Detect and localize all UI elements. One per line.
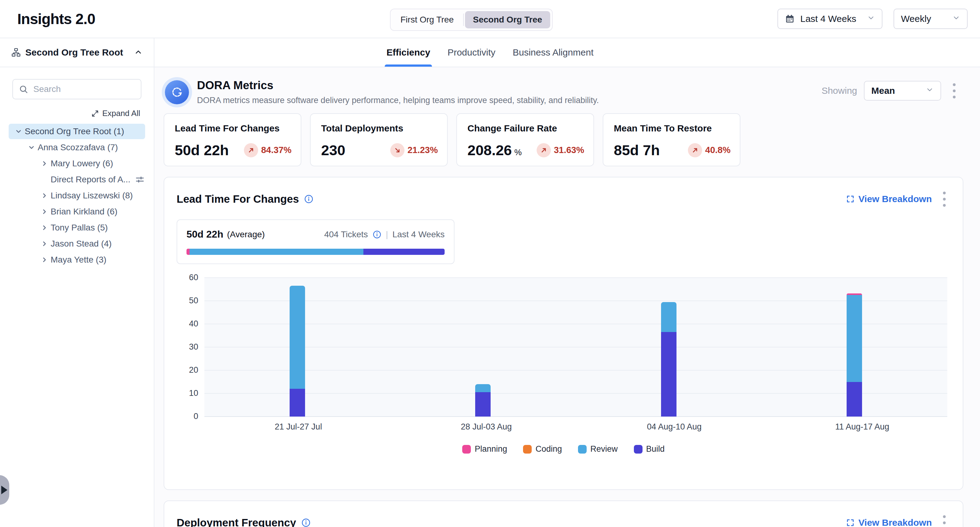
expand-all-label: Expand All (102, 109, 140, 118)
tab-business-alignment[interactable]: Business Alignment (512, 38, 593, 67)
dora-title: DORA Metrics (197, 79, 599, 92)
tab-bar: EfficiencyProductivityBusiness Alignment (154, 38, 980, 67)
chevron-down-icon[interactable] (25, 144, 38, 151)
tab-productivity[interactable]: Productivity (447, 38, 495, 67)
y-axis-label: 30 (177, 342, 198, 352)
phase-segment-planning (186, 249, 189, 255)
chart-legend: PlanningCodingReviewBuild (177, 444, 950, 454)
showing-select[interactable]: Mean (864, 81, 941, 101)
search-input[interactable] (12, 79, 142, 99)
stacked-bar (846, 294, 862, 416)
toggle-option-first-org-tree[interactable]: First Org Tree (393, 11, 462, 29)
bar-group-04-aug-10-aug (576, 278, 762, 416)
bar-segment-planning[interactable] (846, 294, 862, 295)
metric-title: Change Failure Rate (468, 123, 584, 133)
tree-item-label: Second Org Tree Root (1) (25, 127, 124, 137)
legend-item-coding[interactable]: Coding (523, 444, 562, 454)
bar-segment-review[interactable] (290, 286, 305, 389)
trend-badge: 84.37% (244, 143, 291, 157)
expand-corners-icon (846, 518, 854, 527)
legend-item-review[interactable]: Review (578, 444, 618, 454)
dora-kebab-menu[interactable] (948, 81, 960, 101)
calendar-icon (785, 14, 795, 24)
tree-item-tony-pallas-5[interactable]: Tony Pallas (5) (9, 220, 145, 235)
expand-all-button[interactable]: Expand All (91, 109, 140, 118)
x-axis-label: 21 Jul-27 Jul (204, 422, 393, 432)
bar-group-11-aug-17-aug (762, 278, 948, 416)
lead-time-chart: 010203040506021 Jul-27 Jul28 Jul-03 Aug0… (177, 278, 950, 478)
chevron-right-icon[interactable] (38, 192, 51, 199)
info-icon[interactable] (301, 518, 311, 527)
bar-group-28-jul-03-aug (390, 278, 576, 416)
deployment-frequency-section: Deployment Frequency View Breakdown (164, 500, 963, 527)
bar-segment-review[interactable] (846, 295, 862, 382)
tree-item-label: Brian Kirkland (6) (51, 207, 117, 217)
lead-time-title: Lead Time For Changes (177, 193, 299, 205)
sidebar-expand-handle[interactable] (0, 475, 9, 505)
tab-efficiency[interactable]: Efficiency (387, 38, 430, 67)
chevron-down-icon (952, 14, 960, 24)
deployment-kebab-menu[interactable] (938, 513, 950, 527)
tree-item-second-org-tree-root-1[interactable]: Second Org Tree Root (1) (9, 124, 145, 139)
legend-item-build[interactable]: Build (634, 444, 665, 454)
chevron-down-icon[interactable] (12, 128, 25, 135)
trend-badge: 21.23% (390, 143, 438, 157)
metric-title: Mean Time To Restore (614, 123, 730, 133)
bar-segment-build[interactable] (290, 389, 305, 416)
bar-segment-build[interactable] (475, 392, 491, 416)
legend-item-planning[interactable]: Planning (462, 444, 507, 454)
tree-item-label: Tony Pallas (5) (51, 223, 108, 233)
tree-item-mary-lowery-6[interactable]: Mary Lowery (6) (9, 156, 145, 171)
y-axis-label: 40 (177, 319, 198, 329)
tree-item-direct-reports-of-a[interactable]: Direct Reports of A... (9, 172, 145, 187)
metric-title: Total Deployments (321, 123, 438, 133)
dora-metrics-header: DORA Metrics DORA metrics measure softwa… (164, 67, 963, 107)
org-tree-toggle: First Org TreeSecond Org Tree (390, 9, 553, 31)
chevron-right-icon[interactable] (38, 208, 51, 215)
info-icon[interactable] (304, 194, 314, 204)
metric-card-lead-time-for-changes: Lead Time For Changes50d 22h84.37% (164, 113, 301, 166)
toggle-option-second-org-tree[interactable]: Second Org Tree (465, 11, 550, 29)
chevron-up-icon[interactable] (134, 48, 143, 57)
stacked-bar (475, 384, 491, 416)
period-select[interactable]: Last 4 Weeks (778, 9, 883, 29)
deployment-view-breakdown-link[interactable]: View Breakdown (846, 517, 932, 527)
legend-label: Planning (474, 444, 507, 454)
chevron-right-icon[interactable] (38, 256, 51, 264)
bar-segment-review[interactable] (661, 302, 676, 332)
tree-item-brian-kirkland-6[interactable]: Brian Kirkland (6) (9, 204, 145, 219)
lead-time-kebab-menu[interactable] (938, 189, 950, 209)
chevron-down-icon (926, 86, 934, 96)
summary-qualifier: (Average) (227, 230, 265, 240)
metric-unit: % (514, 148, 522, 157)
trend-badge: 40.8% (688, 143, 730, 157)
dora-subtitle: DORA metrics measure software delivery p… (197, 96, 599, 105)
adjustments-icon[interactable] (135, 175, 145, 184)
dora-metric-cards: Lead Time For Changes50d 22h84.37%Total … (164, 113, 963, 166)
lead-time-view-breakdown-link[interactable]: View Breakdown (846, 194, 932, 204)
tree-item-maya-yette-3[interactable]: Maya Yette (3) (9, 252, 145, 268)
info-icon[interactable] (372, 230, 382, 239)
org-tree-icon (11, 48, 21, 57)
dora-loop-icon (165, 80, 189, 104)
bar-segment-build[interactable] (661, 332, 676, 416)
tree-item-lindsay-liszewski-8[interactable]: Lindsay Liszewski (8) (9, 188, 145, 203)
bar-segment-build[interactable] (846, 382, 862, 417)
granularity-select[interactable]: Weekly (894, 9, 968, 29)
chevron-right-icon[interactable] (38, 160, 51, 167)
metric-card-total-deployments: Total Deployments23021.23% (310, 113, 448, 166)
tree-item-label: Direct Reports of A... (51, 175, 130, 184)
tree-item-anna-scozzafava-7[interactable]: Anna Scozzafava (7) (9, 140, 145, 155)
metric-card-mean-time-to-restore: Mean Time To Restore85d 7h40.8% (603, 113, 740, 166)
chevron-right-icon[interactable] (38, 224, 51, 232)
phase-segment-build (363, 249, 445, 255)
chevron-down-icon (867, 14, 875, 24)
summary-period: Last 4 Weeks (393, 230, 445, 240)
stacked-bar (661, 302, 676, 416)
y-axis-label: 20 (177, 365, 198, 375)
chevron-right-icon[interactable] (38, 240, 51, 248)
phase-segment-review (189, 249, 363, 255)
summary-phase-bar (186, 249, 445, 255)
tree-item-jason-stead-4[interactable]: Jason Stead (4) (9, 236, 145, 251)
bar-segment-review[interactable] (475, 384, 491, 392)
